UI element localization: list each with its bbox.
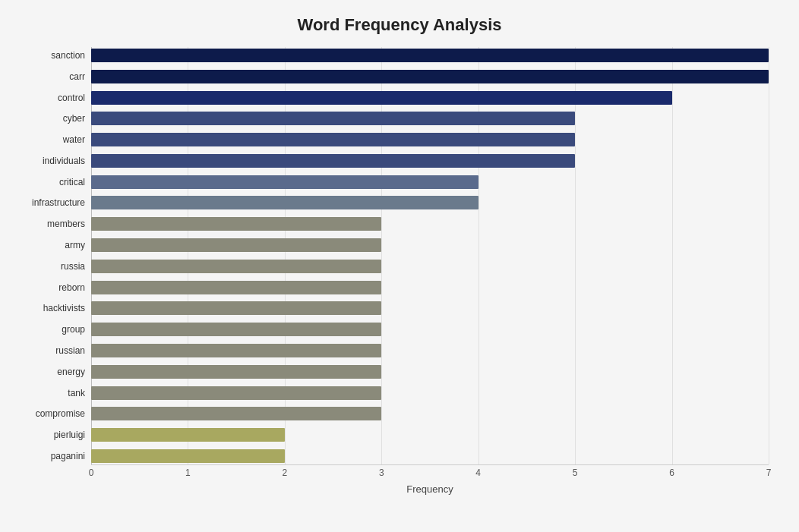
bar-row: compromise [91, 405, 769, 422]
bar-row: hacktivists [91, 300, 769, 316]
bar-label: army [2, 240, 85, 250]
bar [91, 154, 575, 168]
bar [91, 281, 381, 294]
bar-label: critical [2, 177, 85, 187]
bar [91, 301, 381, 315]
bar [91, 91, 672, 105]
bar [91, 323, 381, 336]
bar-row: group [91, 321, 769, 338]
x-tick: 2 [283, 467, 288, 478]
bar-row: individuals [91, 153, 769, 169]
bar [91, 407, 381, 420]
x-tick: 0 [89, 467, 94, 478]
bar [91, 260, 381, 273]
bar-row: energy [91, 364, 769, 380]
bar-row: members [91, 216, 769, 232]
x-axis-line [91, 464, 769, 465]
bar [91, 365, 381, 379]
x-axis: 01234567 Frequency [91, 464, 769, 495]
bar-label: russia [2, 261, 85, 272]
x-tick: 4 [475, 467, 481, 478]
bar-row: reborn [91, 279, 769, 296]
x-tick: 7 [766, 467, 772, 478]
bar-label: paganini [2, 451, 85, 461]
bar-row: carr [91, 68, 769, 85]
grid-line [769, 47, 769, 464]
bar [91, 344, 381, 357]
bar-row: sanction [91, 47, 769, 64]
bar-row: tank [91, 385, 769, 401]
x-tick: 1 [185, 467, 191, 478]
bar-label: infrastructure [2, 197, 85, 208]
bar-row: pierluigi [91, 427, 769, 443]
bar-label: pierluigi [2, 430, 85, 440]
bar [91, 112, 575, 125]
bar [91, 238, 381, 252]
bar-row: paganini [91, 448, 769, 464]
bar-row: cyber [91, 110, 769, 127]
bar-label: reborn [2, 282, 85, 293]
bar-row: infrastructure [91, 194, 769, 211]
bar-label: compromise [2, 408, 85, 419]
x-axis-label: Frequency [406, 483, 453, 495]
x-tick: 5 [573, 467, 578, 478]
x-tick: 6 [669, 467, 674, 478]
bar-row: russia [91, 258, 769, 275]
bar-label: members [2, 219, 85, 229]
bar-row: water [91, 131, 769, 148]
bars-wrapper: sanctioncarrcontrolcyberwaterindividuals… [91, 47, 769, 464]
bar-label: tank [2, 388, 85, 398]
bar-label: sanction [2, 50, 85, 61]
bar-label: cyber [2, 113, 85, 124]
bar-label: energy [2, 367, 85, 377]
bar-label: hacktivists [2, 303, 85, 313]
bar-row: control [91, 90, 769, 106]
bar-row: russian [91, 342, 769, 359]
bar [91, 133, 575, 146]
bar [91, 217, 381, 231]
bar-row: army [91, 237, 769, 253]
bar-label: control [2, 93, 85, 103]
bar [91, 49, 769, 62]
bar [91, 428, 285, 442]
bar [91, 449, 285, 463]
bar-label: group [2, 324, 85, 335]
chart-title: Word Frequency Analysis [30, 15, 769, 35]
bar [91, 70, 769, 83]
bar-label: russian [2, 345, 85, 356]
bar-label: water [2, 134, 85, 145]
bar [91, 386, 381, 400]
chart-container: Word Frequency Analysis sanctioncarrcont… [0, 0, 799, 532]
bar-label: carr [2, 71, 85, 82]
x-tick: 3 [379, 467, 384, 478]
chart-area: sanctioncarrcontrolcyberwaterindividuals… [91, 47, 769, 495]
bar-row: critical [91, 174, 769, 190]
bar [91, 196, 478, 209]
bar-label: individuals [2, 156, 85, 166]
bar [91, 175, 478, 189]
